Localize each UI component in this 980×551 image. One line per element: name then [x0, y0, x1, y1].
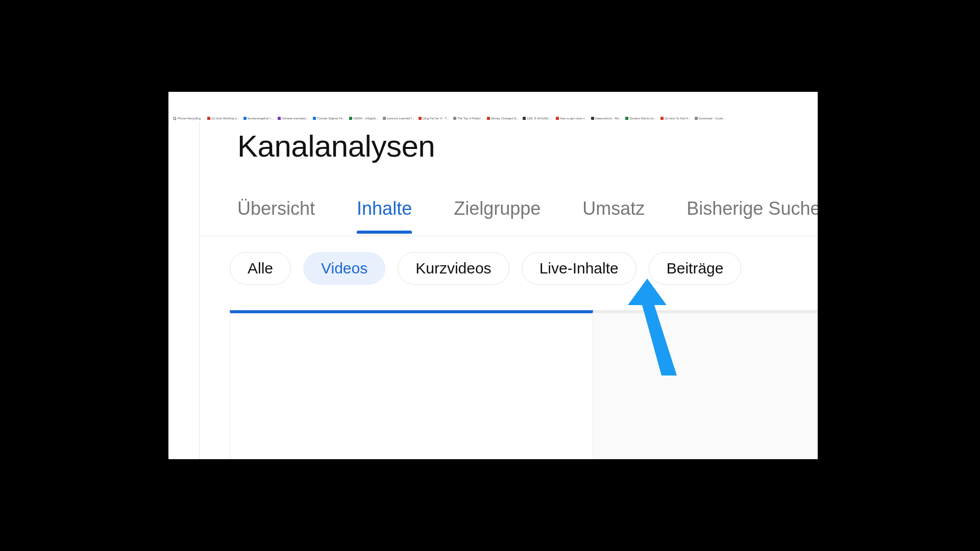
chip-shorts[interactable]: Kurzvideos — [398, 252, 509, 285]
browser-tab[interactable]: (1) How Working a... — [206, 117, 241, 120]
browser-tab-label: Datenschutz - Re... — [595, 117, 621, 120]
tab-research[interactable]: Bisherige Suchen — [687, 198, 818, 233]
browser-tab-label: (1) How Working a... — [211, 117, 239, 120]
browser-tab[interactable]: Sonderangebot! I... — [242, 117, 275, 120]
youtube-icon — [556, 117, 559, 120]
tab-label: Bisherige Suchen — [687, 198, 818, 219]
browser-tab-label: Qing Fei De Yi - T... — [423, 117, 449, 120]
app-window: Phone Recycling... (1) How Working a... … — [168, 92, 818, 459]
browser-tab-label: LEE 'S HOUSE-... — [527, 117, 551, 120]
youtube-icon — [660, 117, 664, 120]
browser-tab[interactable]: Qing Fei De Yi - T... — [417, 117, 451, 120]
site-icon — [243, 117, 247, 120]
main-content: Kanalanalysen Übersicht Inhalte Zielgrup… — [199, 121, 818, 459]
browser-tab-strip: Phone Recycling... (1) How Working a... … — [172, 115, 818, 121]
youtube-icon — [419, 117, 422, 120]
youtube-icon — [207, 117, 210, 120]
browser-tab-label: Download - Cooki... — [699, 117, 725, 120]
metrics-panel-row — [230, 310, 818, 459]
browser-tab[interactable]: Student Wants an... — [624, 117, 657, 120]
youtube-icon — [487, 117, 490, 120]
download-icon — [695, 117, 698, 120]
browser-tab[interactable]: Lessons Learned f... — [381, 117, 416, 120]
tabbar-underline — [199, 236, 818, 236]
metrics-panel[interactable] — [593, 310, 818, 459]
site-icon — [591, 117, 594, 120]
tab-revenue[interactable]: Umsatz — [582, 198, 645, 233]
chip-live[interactable]: Live-Inhalte — [522, 252, 636, 285]
browser-tab-label: How to get more v... — [560, 117, 587, 120]
browser-tab[interactable]: Download - Cooki... — [693, 117, 727, 120]
site-icon — [313, 117, 316, 120]
browser-tab-label: Student Wants an... — [629, 117, 656, 120]
browser-tab-label: Chinese translatio... — [282, 117, 309, 120]
tab-content[interactable]: Inhalte — [357, 198, 412, 233]
tab-overview[interactable]: Übersicht — [237, 198, 315, 233]
browser-tab[interactable]: Tutorial: Eigene Fa... — [311, 117, 347, 120]
tab-label: Übersicht — [237, 198, 315, 219]
chip-posts[interactable]: Beiträge — [649, 252, 742, 285]
browser-tab[interactable]: Chinese translatio... — [276, 117, 310, 120]
browser-tab[interactable]: How to get more v... — [554, 117, 589, 120]
browser-tab[interactable]: Phone Recycling... — [172, 117, 205, 120]
browser-tab[interactable]: (2) How To Add A... — [659, 117, 692, 120]
browser-tab[interactable]: Datenschutz - Re... — [590, 117, 623, 120]
site-icon — [453, 117, 456, 120]
tab-label: Zielgruppe — [454, 198, 541, 219]
site-icon — [349, 117, 352, 120]
metrics-panel-selected[interactable] — [230, 310, 593, 459]
site-icon — [278, 117, 281, 120]
browser-tab-label: GMSN - Infogids... — [353, 117, 378, 120]
tab-label: Inhalte — [357, 198, 412, 219]
browser-tab-label: Lessons Learned f... — [387, 117, 414, 120]
browser-tab-label: The Top 3 Platfor... — [457, 117, 483, 120]
browser-tab[interactable]: GMSN - Infogids... — [348, 117, 380, 120]
site-icon — [383, 117, 386, 120]
page-title: Kanalanalysen — [237, 129, 435, 164]
chip-videos[interactable]: Videos — [303, 252, 385, 285]
chip-label: Live-Inhalte — [540, 260, 619, 277]
search-icon — [173, 117, 177, 120]
browser-tab-label: Tutorial: Eigene Fa... — [317, 117, 345, 120]
browser-tab[interactable]: Money Changes E... — [485, 117, 520, 120]
chip-label: Alle — [248, 260, 273, 277]
chip-label: Beiträge — [667, 260, 724, 277]
browser-tab-label: Phone Recycling... — [178, 117, 203, 120]
browser-tab[interactable]: LEE 'S HOUSE-... — [521, 117, 553, 120]
browser-tab[interactable]: The Top 3 Platfor... — [452, 117, 484, 120]
tab-audience[interactable]: Zielgruppe — [454, 198, 541, 233]
chip-all[interactable]: Alle — [230, 252, 291, 285]
content-type-chips: Alle Videos Kurzvideos Live-Inhalte Beit… — [230, 252, 741, 285]
chip-label: Videos — [321, 260, 368, 277]
chip-label: Kurzvideos — [415, 260, 491, 277]
primary-tabs: Übersicht Inhalte Zielgruppe Umsatz Bish… — [237, 198, 818, 233]
tab-label: Umsatz — [582, 198, 645, 219]
site-icon — [625, 117, 628, 120]
browser-tab-label: Sonderangebot! I... — [248, 117, 274, 120]
site-icon — [523, 117, 526, 120]
browser-tab-label: Money Changes E... — [491, 117, 519, 120]
browser-tab-label: (2) How To Add A... — [665, 117, 691, 120]
